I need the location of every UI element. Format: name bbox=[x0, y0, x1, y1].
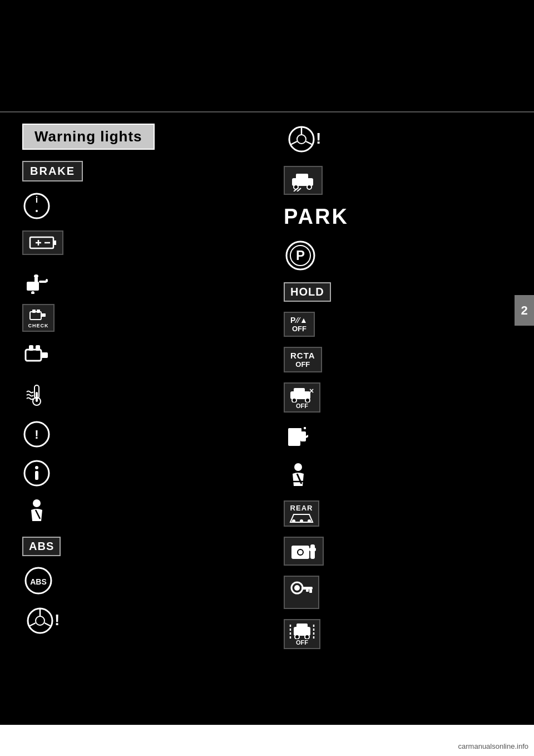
svg-line-38 bbox=[44, 623, 51, 626]
info-circle-icon bbox=[22, 459, 51, 488]
svg-text:!: ! bbox=[34, 428, 38, 441]
key-warning-icon bbox=[284, 576, 319, 609]
page-number-tab: 2 bbox=[515, 295, 534, 326]
svg-text:i: i bbox=[36, 195, 38, 204]
warning-lights-heading: Warning lights bbox=[22, 124, 155, 150]
svg-point-82 bbox=[295, 635, 299, 639]
svg-line-37 bbox=[29, 623, 36, 626]
park-text-icon: PARK bbox=[284, 205, 349, 229]
svg-text:×: × bbox=[309, 386, 314, 395]
car-off-icon: × OFF bbox=[284, 382, 320, 413]
p-circle-icon: P bbox=[284, 239, 317, 272]
left-column: Warning lights BRAKE i bbox=[0, 118, 267, 664]
slip-indicator-icon bbox=[284, 166, 323, 195]
coolant-temp-icon bbox=[22, 381, 51, 410]
svg-text:!: ! bbox=[55, 611, 60, 629]
svg-rect-77 bbox=[301, 587, 313, 590]
svg-rect-8 bbox=[27, 282, 39, 291]
top-header-area bbox=[0, 0, 534, 111]
svg-rect-60 bbox=[288, 428, 300, 446]
check-engine-icon bbox=[22, 342, 56, 371]
svg-rect-17 bbox=[37, 310, 40, 313]
svg-text:P: P bbox=[296, 248, 305, 263]
camera-warning-icon bbox=[284, 537, 324, 566]
svg-rect-16 bbox=[32, 310, 36, 313]
svg-rect-11 bbox=[39, 281, 47, 283]
svg-point-64 bbox=[294, 463, 302, 471]
rear-warning-icon: REAR bbox=[284, 500, 319, 527]
steering-warning-bottom-icon: ! bbox=[22, 605, 62, 637]
oil-pressure-icon bbox=[22, 265, 51, 294]
seatbelt-warning-icon bbox=[22, 498, 51, 527]
svg-rect-62 bbox=[299, 428, 301, 434]
svg-rect-63 bbox=[304, 427, 306, 429]
rcta-off-icon: RCTA OFF bbox=[284, 347, 322, 372]
bottom-area bbox=[0, 669, 534, 725]
hold-text-icon: HOLD bbox=[284, 282, 331, 302]
svg-point-68 bbox=[300, 519, 303, 523]
svg-text:ABS: ABS bbox=[30, 577, 47, 586]
battery-warning-icon bbox=[22, 230, 63, 255]
svg-rect-81 bbox=[296, 624, 308, 629]
svg-line-44 bbox=[306, 141, 313, 145]
svg-rect-20 bbox=[29, 345, 33, 351]
brake-label: BRAKE bbox=[22, 161, 83, 181]
brake-warning-icon: BRAKE bbox=[22, 161, 83, 181]
svg-text:!: ! bbox=[316, 130, 321, 147]
svg-rect-79 bbox=[306, 590, 309, 592]
svg-point-83 bbox=[305, 635, 309, 639]
svg-rect-56 bbox=[294, 388, 305, 394]
abs-circle-icon: ABS bbox=[22, 566, 55, 595]
svg-point-57 bbox=[292, 398, 296, 402]
watermark: carmanualsonline.info bbox=[458, 742, 528, 750]
lane-off-icon: OFF bbox=[284, 619, 320, 649]
svg-rect-73 bbox=[310, 544, 315, 559]
svg-point-76 bbox=[294, 585, 300, 591]
svg-rect-14 bbox=[30, 312, 41, 320]
svg-point-72 bbox=[298, 550, 303, 554]
svg-rect-19 bbox=[41, 352, 48, 358]
svg-rect-78 bbox=[309, 590, 312, 593]
svg-rect-18 bbox=[26, 350, 41, 361]
svg-rect-74 bbox=[309, 548, 316, 551]
fuel-icon bbox=[284, 423, 313, 451]
svg-rect-29 bbox=[35, 471, 38, 480]
abs-text-icon: ABS bbox=[22, 537, 61, 556]
svg-rect-15 bbox=[41, 313, 46, 317]
main-content: Warning lights BRAKE i bbox=[0, 112, 534, 669]
p-off-icon: P∕∕▲ OFF bbox=[284, 312, 315, 337]
svg-point-13 bbox=[31, 291, 34, 294]
svg-point-49 bbox=[307, 185, 312, 189]
svg-line-43 bbox=[290, 141, 297, 145]
svg-rect-4 bbox=[53, 240, 56, 245]
svg-point-58 bbox=[305, 398, 310, 402]
svg-rect-24 bbox=[36, 392, 38, 402]
svg-point-67 bbox=[292, 519, 295, 523]
svg-point-2 bbox=[36, 210, 38, 212]
warning-circle-icon: ! bbox=[22, 420, 51, 449]
svg-point-30 bbox=[33, 499, 41, 507]
svg-point-69 bbox=[308, 519, 311, 523]
svg-rect-47 bbox=[296, 174, 308, 180]
page: Warning lights BRAKE i bbox=[0, 0, 534, 756]
svg-rect-9 bbox=[34, 277, 38, 283]
svg-point-28 bbox=[35, 466, 38, 469]
master-warning-icon: i bbox=[22, 192, 51, 220]
svg-point-35 bbox=[36, 616, 44, 625]
seatbelt2-icon bbox=[284, 462, 313, 490]
svg-rect-21 bbox=[36, 345, 40, 351]
right-column: ! bbox=[267, 118, 501, 664]
check-engine-small-icon: CHECK bbox=[22, 304, 55, 332]
svg-point-10 bbox=[34, 274, 38, 278]
svg-point-41 bbox=[297, 135, 306, 144]
svg-point-12 bbox=[46, 279, 48, 282]
steering-warning-top-icon: ! bbox=[284, 124, 324, 156]
